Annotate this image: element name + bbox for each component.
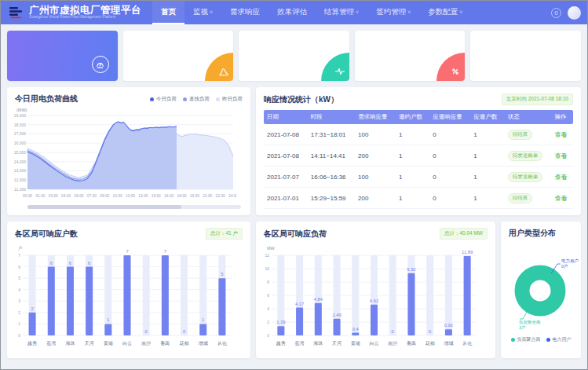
- view-link[interactable]: 查看: [555, 152, 568, 159]
- table-row-1: 2021-07-0814:11~14:41200101待发送账单查看: [264, 145, 573, 167]
- chart-scrollbar[interactable]: [27, 205, 241, 209]
- legend-dot-icon: [216, 97, 220, 101]
- user-types-donut-chart: 电力用户0户负荷聚合商3户: [501, 242, 581, 338]
- district-users-card: 各区局可响应户数 总计：41 户 户012345672越秀6荔湾6海珠6天河1黄…: [7, 222, 250, 358]
- cell-invited: 1: [396, 167, 429, 188]
- legend-dot-icon: [546, 338, 550, 342]
- view-link[interactable]: 查看: [555, 195, 568, 202]
- user-types-title: 用户类型分布: [509, 228, 556, 239]
- cell-demand: 200: [355, 145, 396, 167]
- table-row-0: 2021-07-0817:31~18:01100101待结算查看: [264, 124, 573, 145]
- cell-period: 15:29~15:59: [308, 188, 355, 209]
- nav-item-2[interactable]: 需求响应: [221, 1, 268, 24]
- svg-text:11,000: 11,000: [14, 187, 26, 192]
- peak-curve-icon: [205, 53, 233, 81]
- svg-text:12,000: 12,000: [14, 178, 27, 182]
- view-link[interactable]: 查看: [555, 174, 568, 181]
- svg-text:8: 8: [267, 280, 269, 284]
- nav-item-3[interactable]: 效果评估: [268, 1, 316, 24]
- svg-text:0.4: 0.4: [352, 327, 360, 332]
- svg-text:增城: 增城: [199, 341, 208, 346]
- table-row-3: 2021-07-0115:29~15:59200101待结算查看: [264, 188, 573, 209]
- column-header-1: 时段: [308, 110, 355, 124]
- column-header-0: 日期: [264, 110, 308, 124]
- svg-text:5: 5: [221, 272, 223, 277]
- svg-text:0: 0: [392, 329, 394, 334]
- svg-text:22:30: 22:30: [216, 194, 225, 198]
- svg-text:7: 7: [164, 249, 166, 254]
- kpi-card-1: [123, 31, 234, 81]
- top-navigation-bar: 广州市虚拟电厂管理平台 Guangzhou Virtual Power Plan…: [1, 1, 587, 24]
- svg-text:19,000: 19,000: [14, 113, 27, 118]
- cell-date: 2021-07-01: [264, 188, 308, 209]
- cell-resp-users: 1: [470, 124, 504, 145]
- svg-text:12: 12: [265, 253, 269, 258]
- svg-text:电力用户: 电力用户: [561, 258, 579, 264]
- svg-text:5: 5: [18, 276, 20, 280]
- svg-text:花都: 花都: [180, 341, 189, 346]
- pulse-icon: [321, 53, 349, 81]
- svg-text:18,000: 18,000: [14, 123, 27, 127]
- legend-dot-icon: [183, 97, 187, 101]
- svg-text:番禺: 番禺: [407, 340, 416, 346]
- response-stats-card: 响应情况统计（kW） 北京时间 2021-07-08 18:10 日期时段需求响…: [256, 87, 581, 215]
- view-link[interactable]: 查看: [555, 131, 568, 138]
- svg-text:6: 6: [18, 265, 20, 269]
- svg-text:天河: 天河: [85, 341, 94, 346]
- svg-text:0: 0: [18, 333, 20, 338]
- status-badge: 待结算: [508, 130, 533, 140]
- cell-demand: 100: [355, 167, 396, 188]
- nav-item-5[interactable]: 签约管理˅: [367, 1, 419, 24]
- svg-text:03:00: 03:00: [49, 194, 58, 198]
- svg-text:荔湾: 荔湾: [295, 340, 305, 346]
- svg-text:南沙: 南沙: [141, 341, 151, 346]
- svg-text:增城: 增城: [444, 341, 453, 346]
- svg-text:2: 2: [18, 310, 20, 315]
- svg-text:海珠: 海珠: [65, 341, 75, 346]
- legend-item-1[interactable]: 基线负荷: [183, 96, 210, 103]
- donut-legend-item-1[interactable]: 电力用户: [546, 336, 572, 343]
- svg-text:6: 6: [50, 261, 53, 266]
- svg-text:01:30: 01:30: [35, 194, 45, 198]
- donut-legend-item-0[interactable]: 负荷聚合商: [511, 336, 541, 343]
- svg-text:06:00: 06:00: [74, 194, 83, 198]
- notification-badge[interactable]: 0: [551, 8, 561, 18]
- column-header-5: 应邀户数: [470, 110, 504, 124]
- nav-item-0[interactable]: 首页: [152, 1, 184, 24]
- main-nav: 首页监视˅需求响应效果评估结算管理˅签约管理˅参数配置˅: [152, 1, 471, 24]
- cell-demand: 200: [355, 188, 396, 209]
- cell-date: 2021-07-08: [264, 124, 308, 145]
- svg-text:黄埔: 黄埔: [351, 341, 360, 346]
- svg-text:负荷聚合商: 负荷聚合商: [519, 320, 541, 325]
- nav-item-4[interactable]: 结算管理˅: [316, 1, 367, 24]
- svg-text:6: 6: [267, 293, 269, 298]
- nav-item-1[interactable]: 监视˅: [184, 1, 221, 24]
- app-window: 广州市虚拟电厂管理平台 Guangzhou Virtual Power Plan…: [0, 0, 588, 370]
- svg-text:24:00: 24:00: [228, 194, 236, 198]
- user-avatar[interactable]: [568, 6, 581, 20]
- svg-text:户: 户: [18, 246, 23, 251]
- district-load-total-badge: 总计：40.04 MW: [440, 228, 488, 240]
- svg-text:番禺: 番禺: [160, 340, 170, 346]
- svg-text:4.17: 4.17: [295, 302, 304, 306]
- legend-item-2[interactable]: 昨日负荷: [216, 96, 243, 103]
- svg-text:3户: 3户: [519, 325, 526, 330]
- svg-text:9.32: 9.32: [407, 267, 415, 272]
- svg-text:4: 4: [267, 306, 269, 311]
- chevron-down-icon: ˅: [210, 9, 213, 15]
- gauge-icon: [92, 56, 109, 73]
- svg-text:7: 7: [18, 253, 20, 258]
- svg-text:1: 1: [202, 317, 204, 322]
- nav-item-6[interactable]: 参数配置˅: [419, 1, 471, 24]
- svg-text:0: 0: [267, 333, 269, 338]
- beijing-time-badge: 北京时间 2021-07-08 18:10: [502, 93, 573, 105]
- legend-item-0[interactable]: 今日负荷: [150, 96, 177, 103]
- svg-text:0: 0: [183, 329, 185, 334]
- kpi-card-0: [7, 31, 118, 81]
- svg-text:07:30: 07:30: [87, 194, 97, 198]
- svg-text:越秀: 越秀: [276, 340, 286, 346]
- response-stats-table: 日期时段需求响应量邀约户数应邀响应量应邀户数状态操作 2021-07-0817:…: [264, 110, 573, 209]
- svg-text:19:30: 19:30: [190, 194, 199, 198]
- svg-text:1: 1: [18, 321, 20, 326]
- kpi-card-2: [239, 31, 349, 81]
